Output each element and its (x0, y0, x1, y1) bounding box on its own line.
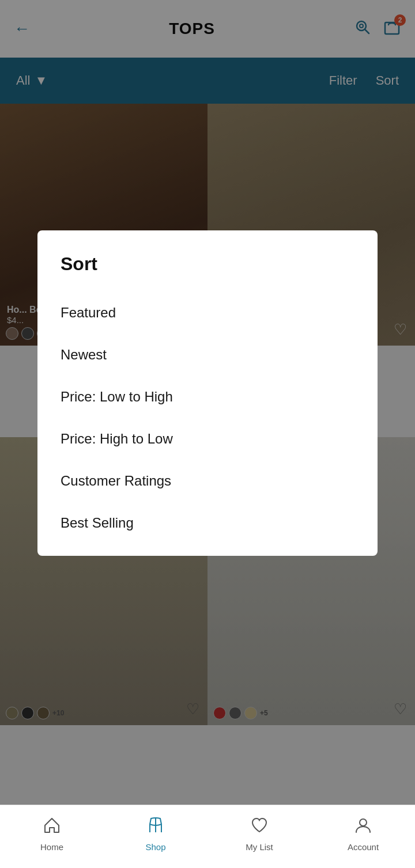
svg-point-5 (360, 819, 367, 826)
nav-shop[interactable]: Shop (104, 816, 207, 852)
shop-icon (146, 816, 165, 839)
nav-account[interactable]: Account (311, 816, 415, 852)
sort-option-ratings[interactable]: Customer Ratings (37, 460, 378, 502)
sort-option-best-selling[interactable]: Best Selling (37, 502, 378, 544)
nav-mylist-label: My List (246, 842, 273, 852)
sort-option-newest[interactable]: Newest (37, 334, 378, 376)
nav-mylist[interactable]: My List (207, 816, 311, 852)
nav-home-label: Home (40, 842, 63, 852)
sort-option-price-asc[interactable]: Price: Low to High (37, 376, 378, 418)
sort-modal: Sort Featured Newest Price: Low to High … (37, 230, 378, 556)
bottom-nav: Home Shop My List Account (0, 805, 415, 868)
nav-account-label: Account (348, 842, 379, 852)
home-icon (43, 816, 61, 839)
sort-option-featured[interactable]: Featured (37, 292, 378, 334)
nav-home[interactable]: Home (0, 816, 104, 852)
account-icon (354, 816, 372, 839)
nav-shop-label: Shop (145, 842, 165, 852)
heart-icon (250, 816, 269, 839)
sort-option-price-desc[interactable]: Price: High to Low (37, 418, 378, 460)
sort-modal-title: Sort (37, 253, 378, 292)
